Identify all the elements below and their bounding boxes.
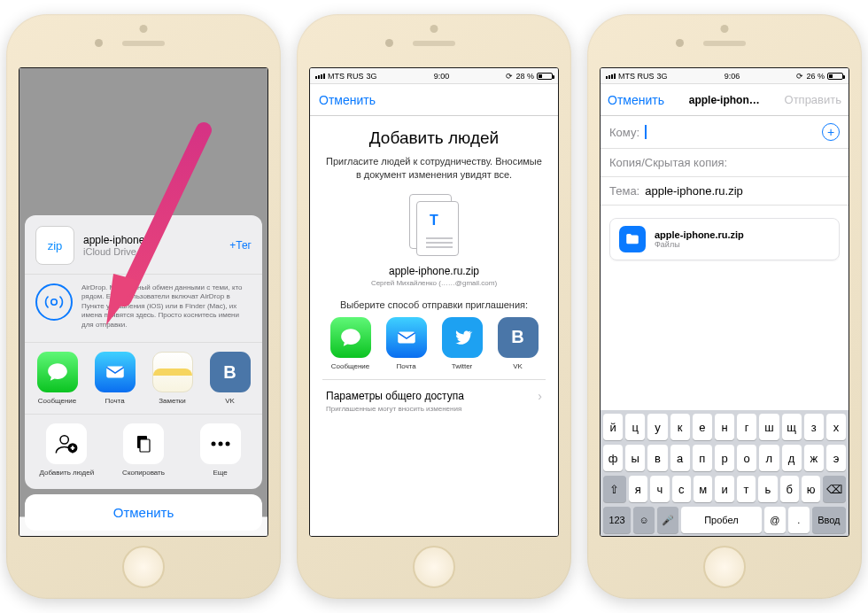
- folder-icon: [619, 226, 646, 252]
- add-people-action[interactable]: Добавить людей: [28, 423, 105, 477]
- phone-3: MTS RUS3G 9:06 ⟳26 % Отменить apple-ipho…: [587, 14, 862, 599]
- mail-icon: [95, 352, 136, 392]
- key-х[interactable]: х: [826, 414, 846, 440]
- key-в[interactable]: в: [647, 445, 667, 471]
- file-name: apple-iphone.ru: [83, 234, 221, 246]
- page-description: Пригласите людей к сотрудничеству. Вноси…: [322, 155, 546, 182]
- space-key[interactable]: Пробел: [681, 507, 762, 533]
- vk-icon: B: [498, 317, 539, 358]
- key-з[interactable]: з: [804, 414, 824, 440]
- share-app-vk[interactable]: B VK: [201, 352, 259, 405]
- shift-key[interactable]: ⇧: [603, 476, 626, 502]
- cc-field[interactable]: Копия/Скрытая копия:: [601, 149, 849, 177]
- key-ф[interactable]: ф: [603, 445, 623, 471]
- key-ч[interactable]: ч: [650, 476, 669, 502]
- zip-icon: zip: [35, 226, 74, 265]
- key-м[interactable]: м: [694, 476, 712, 502]
- document-icon: T: [409, 194, 459, 256]
- actions-row: Добавить людей Скопировать Еще: [25, 415, 262, 489]
- key-ь[interactable]: ь: [758, 476, 777, 502]
- notes-icon: [152, 352, 193, 392]
- svg-point-8: [225, 442, 229, 446]
- svg-point-2: [60, 436, 68, 444]
- compose-nav-bar: Отменить apple-iphon… Отправить: [601, 84, 849, 116]
- share-app-mail[interactable]: Почта: [86, 352, 143, 405]
- key-ю[interactable]: ю: [802, 476, 820, 502]
- key-у[interactable]: у: [647, 414, 667, 440]
- key-ы[interactable]: ы: [625, 445, 645, 471]
- svg-rect-5: [140, 439, 150, 452]
- cancel-button[interactable]: Отменить: [608, 93, 664, 107]
- key-о[interactable]: о: [737, 445, 756, 471]
- invite-app-mail[interactable]: Почта: [378, 317, 434, 370]
- phone-1: MTS RUS3G 8:59 ⟳28 % НедавниеОбзор zip a…: [6, 14, 281, 599]
- share-options-row[interactable]: Параметры общего доступа ›: [322, 380, 546, 405]
- svg-rect-1: [106, 367, 124, 378]
- add-contact-button[interactable]: +: [822, 123, 840, 141]
- key-л[interactable]: л: [759, 445, 779, 471]
- return-key[interactable]: Ввод: [812, 507, 846, 533]
- copy-action[interactable]: Скопировать: [105, 423, 182, 477]
- subject-field[interactable]: Тема: apple-iphone.ru.zip: [601, 177, 849, 206]
- backspace-key[interactable]: ⌫: [823, 476, 846, 502]
- attachment-sub: Файлы: [655, 240, 744, 249]
- chevron-right-icon: ›: [538, 389, 542, 403]
- key-с[interactable]: с: [672, 476, 691, 502]
- invite-app-messages[interactable]: Сообщение: [322, 317, 378, 370]
- screen-1: MTS RUS3G 8:59 ⟳28 % НедавниеОбзор zip a…: [19, 67, 268, 537]
- share-app-notes[interactable]: Заметки: [143, 352, 201, 405]
- key-ц[interactable]: ц: [625, 414, 645, 440]
- invite-app-vk[interactable]: B VK: [490, 317, 546, 370]
- key-я[interactable]: я: [629, 476, 647, 502]
- key-щ[interactable]: щ: [782, 414, 802, 440]
- emoji-key[interactable]: ☺: [633, 507, 655, 533]
- svg-point-6: [211, 442, 215, 446]
- airdrop-row[interactable]: AirDrop. Мгновенный обмен данными с теми…: [25, 275, 262, 343]
- key-п[interactable]: п: [693, 445, 712, 471]
- attachment[interactable]: apple-iphone.ru.zip Файлы: [609, 218, 840, 260]
- keyboard: йцукенгшщзх фывапролджэ ⇧ ячсмитьбю⌫ 123…: [601, 410, 849, 536]
- key-н[interactable]: н: [715, 414, 734, 440]
- share-app-messages[interactable]: Сообщение: [28, 352, 86, 405]
- page-title: Добавить людей: [369, 128, 499, 148]
- home-button[interactable]: [703, 546, 746, 588]
- key-д[interactable]: д: [782, 445, 802, 471]
- owner-info: Сергей Михайленко (……@gmail.com): [371, 279, 497, 287]
- vk-icon: B: [210, 352, 251, 392]
- share-options-subtitle: Приглашенные могут вносить изменения: [322, 405, 546, 413]
- to-field[interactable]: Кому: +: [601, 116, 849, 149]
- key-т[interactable]: т: [737, 476, 756, 502]
- key-и[interactable]: и: [715, 476, 733, 502]
- at-key[interactable]: @: [764, 507, 786, 533]
- key-р[interactable]: р: [715, 445, 734, 471]
- file-location: iCloud Drive: [83, 246, 221, 257]
- home-button[interactable]: [413, 546, 455, 588]
- messages-icon: [330, 317, 371, 358]
- compose-title: apple-iphon…: [664, 94, 785, 106]
- add-tag-button[interactable]: +Тег: [229, 239, 252, 252]
- key-а[interactable]: а: [670, 445, 690, 471]
- invite-apps-row: Сообщение Почта Twitter B VK: [322, 312, 546, 380]
- more-action[interactable]: Еще: [182, 423, 259, 477]
- airdrop-icon: [35, 283, 73, 321]
- subject-value: apple-iphone.ru.zip: [645, 184, 743, 198]
- mic-key[interactable]: 🎤: [657, 507, 678, 533]
- dot-key[interactable]: .: [788, 507, 810, 533]
- key-г[interactable]: г: [737, 414, 756, 440]
- numbers-key[interactable]: 123: [603, 507, 631, 533]
- status-bar: MTS RUS3G 9:06 ⟳26 %: [601, 68, 849, 84]
- key-е[interactable]: е: [693, 414, 712, 440]
- send-button[interactable]: Отправить: [785, 93, 841, 106]
- cancel-button[interactable]: Отменить: [25, 494, 262, 531]
- cancel-button[interactable]: Отменить: [319, 93, 376, 107]
- key-э[interactable]: э: [826, 445, 846, 471]
- home-button[interactable]: [122, 546, 165, 588]
- copy-icon: [123, 423, 164, 464]
- key-ш[interactable]: ш: [759, 414, 779, 440]
- file-header: zip apple-iphone.ru iCloud Drive +Тег: [25, 215, 262, 275]
- key-к[interactable]: к: [670, 414, 690, 440]
- key-й[interactable]: й: [603, 414, 623, 440]
- key-б[interactable]: б: [780, 476, 799, 502]
- invite-app-twitter[interactable]: Twitter: [434, 317, 490, 370]
- key-ж[interactable]: ж: [804, 445, 824, 471]
